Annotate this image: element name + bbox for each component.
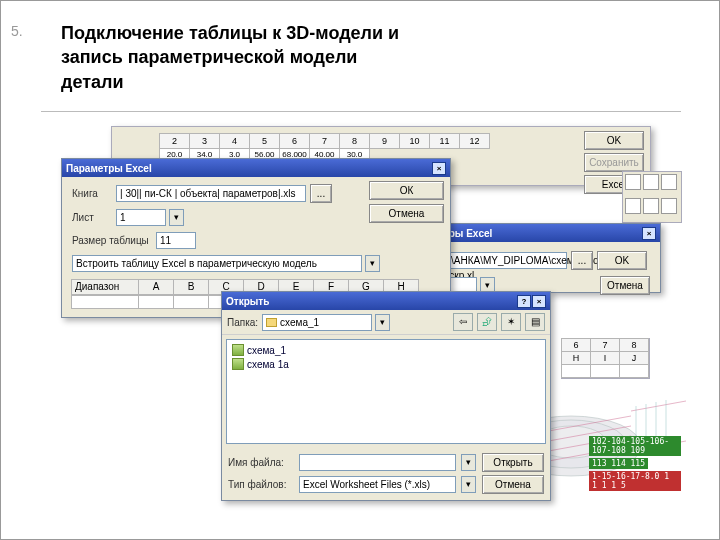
excel-file-icon (232, 358, 244, 370)
icon-toolbar (622, 171, 682, 223)
title-rule (41, 111, 681, 112)
cancel-button[interactable]: Отмена (600, 276, 650, 295)
col-header: 6 (561, 338, 591, 352)
table-fragment: 6 7 8 H I J (561, 338, 650, 379)
tool-icon[interactable] (661, 174, 677, 190)
open-button[interactable]: Открыть (482, 453, 544, 472)
up-icon[interactable]: ⮵ (477, 313, 497, 331)
screenshot-canvas: 2 3 4 5 6 7 8 9 10 11 12 20.0 34.0 3.0 5… (61, 126, 681, 521)
list-item[interactable]: схема_1 (232, 343, 540, 357)
embed-select[interactable]: Встроить таблицу Excel в параметрическую… (72, 255, 362, 272)
tool-icon[interactable] (625, 198, 641, 214)
chevron-down-icon[interactable]: ▾ (365, 255, 380, 272)
params-excel-b-window: метры Excel × D:\АНКА\MY_DIPLOMA\схема_1… (426, 223, 661, 293)
chevron-down-icon[interactable]: ▾ (461, 476, 476, 493)
column-headers: 2 3 4 5 6 7 8 9 10 11 12 (160, 133, 650, 149)
ok-button[interactable]: OK (584, 131, 644, 150)
dimension-tags: 102-104-105-106-107-108 109 113 114 115 … (589, 436, 681, 493)
size-input[interactable]: 11 (156, 232, 196, 249)
ok-button[interactable]: OK (597, 251, 647, 270)
bullet-number: 5. (11, 23, 23, 39)
col-header: 4 (219, 133, 250, 149)
col-header: 6 (279, 133, 310, 149)
folder-select[interactable]: схема_1 (262, 314, 372, 331)
tool-icon[interactable] (643, 174, 659, 190)
label-folder: Папка: (227, 317, 258, 328)
tool-icon[interactable] (661, 198, 677, 214)
tag-green: 102-104-105-106-107-108 109 (589, 436, 681, 456)
book-input[interactable]: | 30|| пи-СК | объекта| параметров|.xls (116, 185, 306, 202)
browse-button[interactable]: ... (571, 251, 593, 270)
col-header: 10 (399, 133, 430, 149)
cell (561, 364, 591, 378)
tag-red: 1-15-16-17-8.0 1 1 1 1 5 (589, 471, 681, 491)
folder-icon (266, 318, 277, 327)
chevron-down-icon[interactable]: ▾ (375, 314, 390, 331)
browse-button[interactable]: ... (310, 184, 332, 203)
cancel-button[interactable]: Отмена (482, 475, 544, 494)
col-header: 7 (309, 133, 340, 149)
col-letter: J (619, 351, 649, 365)
new-folder-icon[interactable]: ✶ (501, 313, 521, 331)
col-header: 11 (429, 133, 460, 149)
label-sheet: Лист (72, 212, 112, 223)
tool-icon[interactable] (625, 174, 641, 190)
close-icon[interactable]: × (642, 227, 656, 240)
sheet-input[interactable]: 1 (116, 209, 166, 226)
col-letter: А (138, 279, 174, 295)
label-book: Книга (72, 188, 112, 199)
col-header: 8 (339, 133, 370, 149)
col-header: 9 (369, 133, 400, 149)
chevron-down-icon[interactable]: ▾ (169, 209, 184, 226)
col-header: 12 (459, 133, 490, 149)
help-icon[interactable]: ? (517, 295, 531, 308)
chevron-down-icon[interactable]: ▾ (461, 454, 476, 471)
window-title: Параметры Excel (66, 163, 152, 174)
ok-button[interactable]: ОК (369, 181, 444, 200)
folder-name: схема_1 (280, 315, 319, 330)
cell (619, 364, 649, 378)
col-header: 7 (590, 338, 620, 352)
page-title: Подключение таблицы к 3D-модели и запись… (61, 21, 411, 94)
file-open-dialog: Открыть ? × Папка: схема_1 ▾ ⇦ ⮵ ✶ ▤ (221, 291, 551, 501)
label-filename: Имя файла: (228, 457, 293, 468)
window-title: Открыть (226, 296, 269, 307)
close-icon[interactable]: × (532, 295, 546, 308)
col-letter: I (590, 351, 620, 365)
save-button[interactable]: Сохранить (584, 153, 644, 172)
list-item[interactable]: схема 1а (232, 357, 540, 371)
filetype-select[interactable]: Excel Worksheet Files (*.xls) (299, 476, 456, 493)
label-size: Размер таблицы (72, 235, 152, 246)
path-input[interactable]: D:\АНКА\MY_DIPLOMA\схема_1\от 2\скр.xl (437, 252, 567, 269)
cell (590, 364, 620, 378)
tag-green: 113 114 115 (589, 458, 648, 469)
col-header: 3 (189, 133, 220, 149)
filename-input[interactable] (299, 454, 456, 471)
tool-icon[interactable] (643, 198, 659, 214)
views-icon[interactable]: ▤ (525, 313, 545, 331)
label-filetype: Тип файлов: (228, 479, 293, 490)
file-list[interactable]: схема_1 схема 1а (226, 339, 546, 444)
excel-file-icon (232, 344, 244, 356)
cancel-button[interactable]: Отмена (369, 204, 444, 223)
back-icon[interactable]: ⇦ (453, 313, 473, 331)
col-header: 8 (619, 338, 649, 352)
close-icon[interactable]: × (432, 162, 446, 175)
col-letter: В (173, 279, 209, 295)
col-header: 5 (249, 133, 280, 149)
row-label: Диапазон пер. (71, 279, 139, 295)
col-letter: H (561, 351, 591, 365)
col-header: 2 (159, 133, 190, 149)
